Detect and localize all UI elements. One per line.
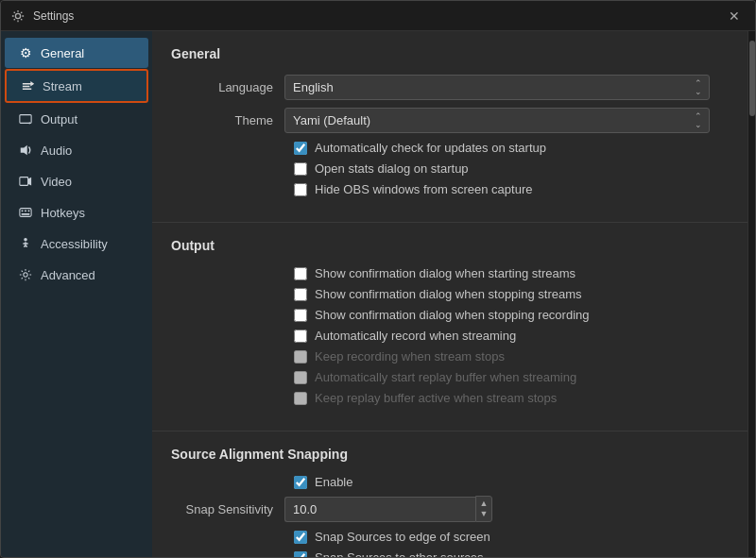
svg-point-13 [24,273,27,277]
sidebar-item-hotkeys[interactable]: Hotkeys [5,197,148,228]
svg-point-0 [15,13,20,18]
hide-obs-checkbox[interactable] [294,183,307,196]
sidebar-item-stream[interactable]: Stream [5,69,148,103]
confirm-stop-stream-checkbox[interactable] [294,288,307,301]
snap-other-checkbox[interactable] [294,551,307,558]
confirm-stop-record-label: Show confirmation dialog when stopping r… [315,308,590,322]
snap-sensitivity-down-arrow[interactable]: ▼ [477,509,491,519]
sidebar: ⚙ General Stream [1,31,152,557]
auto-check-updates-row: Automatically check for updates on start… [171,141,729,155]
language-select[interactable]: English [284,75,710,100]
snap-other-label: Snap Sources to other sources [315,550,484,557]
keep-recording-label: Keep recording when stream stops [315,349,505,364]
sidebar-item-accessibility[interactable]: Accessibility [5,228,148,259]
svg-marker-4 [21,145,27,156]
snapping-enable-label: Enable [315,475,352,489]
confirm-start-checkbox[interactable] [294,267,307,280]
language-label: Language [171,80,284,94]
scrollbar-thumb[interactable] [749,41,755,116]
svg-rect-5 [20,178,28,186]
keep-recording-row: Keep recording when stream stops [171,349,729,364]
keep-replay-row: Keep replay buffer active when stream st… [171,391,729,405]
sidebar-label-audio: Audio [41,144,72,158]
auto-record-label: Automatically record when streaming [315,329,516,343]
general-icon: ⚙ [18,45,33,60]
snap-sensitivity-spinbox: ▲ ▼ [475,496,492,522]
sidebar-label-accessibility: Accessibility [41,237,108,251]
open-stats-row: Open stats dialog on startup [171,161,729,176]
auto-record-checkbox[interactable] [294,330,307,343]
keep-recording-checkbox[interactable] [294,350,307,364]
snap-edge-checkbox[interactable] [294,531,307,544]
snap-other-row: Snap Sources to other sources [171,550,729,557]
svg-rect-7 [20,209,31,217]
snapping-enable-checkbox[interactable] [294,476,307,489]
output-section-title: Output [171,238,729,253]
window-title: Settings [33,9,74,23]
settings-window: Settings ✕ ⚙ General Stream [0,0,756,558]
hotkeys-icon [18,205,33,220]
auto-replay-checkbox[interactable] [294,371,307,384]
output-section: Output Show confirmation dialog when sta… [152,223,747,431]
sidebar-item-output[interactable]: Output [5,104,148,134]
titlebar: Settings ✕ [1,1,755,31]
snap-sensitivity-row: Snap Sensitivity ▲ ▼ [171,496,729,522]
stream-icon [20,78,35,93]
snap-sensitivity-label: Snap Sensitivity [171,502,284,516]
accessibility-icon [18,236,33,251]
keep-replay-checkbox[interactable] [294,392,307,405]
snapping-section-title: Source Alignment Snapping [171,447,729,462]
sidebar-label-output: Output [41,112,77,127]
confirm-start-label: Show confirmation dialog when starting s… [315,266,576,280]
auto-replay-row: Automatically start replay buffer when s… [171,370,729,384]
sidebar-item-general[interactable]: ⚙ General [5,38,148,68]
confirm-stop-stream-row: Show confirmation dialog when stopping s… [171,287,729,301]
snap-sensitivity-wrapper: ▲ ▼ [284,496,492,522]
confirm-start-row: Show confirmation dialog when starting s… [171,266,729,280]
general-section: General Language English Theme [152,31,747,223]
sidebar-label-hotkeys: Hotkeys [41,206,85,220]
sidebar-label-general: General [41,46,84,60]
close-button[interactable]: ✕ [723,7,746,25]
hide-obs-row: Hide OBS windows from screen capture [171,182,729,196]
snapping-enable-row: Enable [171,475,729,489]
hide-obs-label: Hide OBS windows from screen capture [315,182,532,196]
advanced-icon [18,267,33,282]
language-select-wrapper: English [284,75,710,100]
confirm-stop-stream-label: Show confirmation dialog when stopping s… [315,287,582,301]
svg-point-3 [29,123,31,125]
theme-select-wrapper: Yami (Default) [284,108,710,133]
sidebar-item-advanced[interactable]: Advanced [5,260,148,290]
auto-record-row: Automatically record when streaming [171,329,729,343]
auto-check-updates-checkbox[interactable] [294,142,307,155]
titlebar-left: Settings [10,8,74,24]
auto-replay-label: Automatically start replay buffer when s… [315,370,576,384]
scrollbar[interactable] [747,31,755,557]
theme-select[interactable]: Yami (Default) [284,108,710,133]
sidebar-label-stream: Stream [43,79,82,93]
sidebar-label-video: Video [41,175,72,189]
svg-rect-8 [22,210,24,211]
svg-rect-9 [25,210,26,211]
language-row: Language English [171,75,729,100]
sidebar-item-audio[interactable]: Audio [5,135,148,165]
svg-rect-2 [20,115,31,124]
svg-rect-10 [28,210,30,211]
window-content: ⚙ General Stream [1,31,755,557]
main-content: General Language English Theme [152,31,747,557]
confirm-stop-record-checkbox[interactable] [294,309,307,322]
snap-edge-label: Snap Sources to edge of screen [315,530,490,544]
svg-marker-1 [30,80,34,86]
confirm-stop-record-row: Show confirmation dialog when stopping r… [171,308,729,322]
sidebar-item-video[interactable]: Video [5,166,148,196]
svg-rect-11 [22,213,30,215]
theme-label: Theme [171,113,284,127]
snapping-section: Source Alignment Snapping Enable Snap Se… [152,431,747,557]
general-section-title: General [171,46,729,61]
audio-icon [18,143,33,158]
theme-row: Theme Yami (Default) [171,108,729,133]
video-icon [18,174,33,189]
open-stats-checkbox[interactable] [294,162,307,176]
snap-sensitivity-up-arrow[interactable]: ▲ [477,499,491,509]
snap-sensitivity-input[interactable] [284,497,475,522]
